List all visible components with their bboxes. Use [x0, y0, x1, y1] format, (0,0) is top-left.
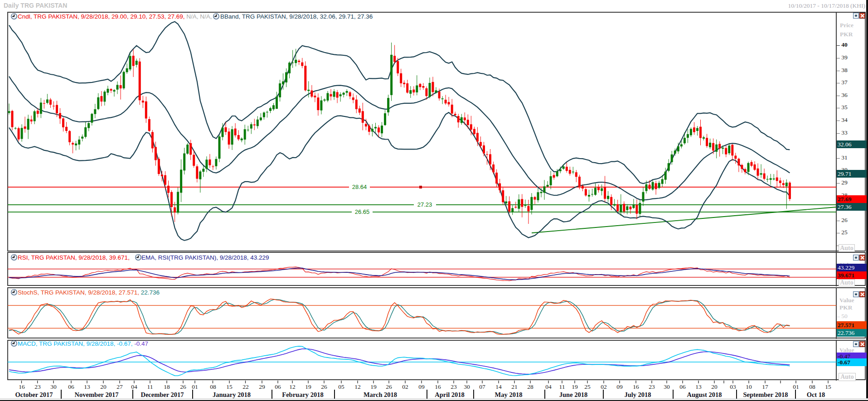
svg-text:28.64: 28.64 — [352, 184, 367, 190]
svg-text:26.65: 26.65 — [355, 208, 370, 215]
svg-text:27.23: 27.23 — [417, 201, 432, 208]
